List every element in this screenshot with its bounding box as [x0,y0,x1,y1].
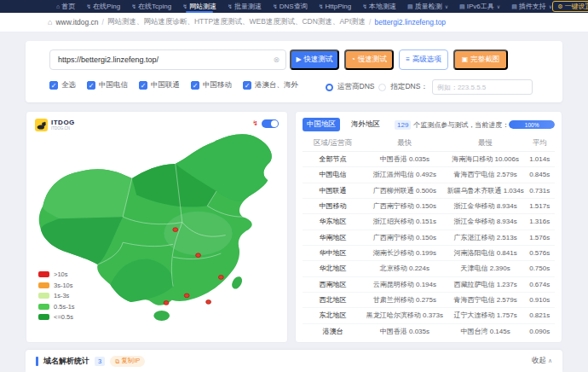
region-tabs: 中国地区 海外地区 [303,118,384,131]
line-filter-checkbox[interactable]: ✓ 中国联通 [139,80,180,90]
test-node-marker [206,300,211,305]
nav-item[interactable]: 在线Tcping ∨ [131,0,171,13]
breadcrumb-separator: / [369,18,371,26]
top-navbar: 首页 ∨ 在线Ping ∨ 在线Tcping ∨ 网站测速 [0,0,588,13]
quick-settings-label: 一键设置 [564,2,588,11]
quick-settings-button[interactable]: ⚙ 一键设置 [552,1,588,12]
cell-region: 西南地区 [303,280,363,289]
logo-subtitle: ITDOG.CN [51,127,75,131]
collapse-button[interactable]: 收起 ∧ [532,356,552,366]
test-form-card: ⊗ ▶ 快速测试 ◔ 慢速测试 ≡ 高级选项 ▣ 完整截图 ✓ 全选 [26,41,562,102]
clear-input-icon[interactable]: ⊗ [273,56,280,64]
cell-average: 0.731s [524,187,555,195]
cell-slowest: 海南海口移动 10.006s [447,154,525,164]
test-node-marker [184,294,189,298]
dns-stats-title: 域名解析统计 [43,356,89,367]
cell-fastest: 云南昆明移动 0.194s [363,280,447,289]
cell-region: 西北地区 [303,295,363,305]
nav-item[interactable]: 质量检测 ∨ [407,0,448,13]
quick-test-button[interactable]: ▶ 快速测试 [290,49,339,70]
cell-region: 港澳台 [303,327,363,336]
table-row: 西北地区 甘肃兰州移动 0.275s 青海西宁电信 2.579s 0.910s [303,293,555,308]
hainan-island [153,311,170,321]
line-filter-checkbox[interactable]: ✓ 中国电信 [87,80,128,90]
line-filter-checkbox[interactable]: ✓ 全选 [49,80,76,90]
breadcrumb-site-link[interactable]: www.itdog.cn [55,18,98,26]
cell-slowest: 中国台湾 0.145s [447,327,525,336]
results-table-body: 全部节点 中国香港 0.035s 海南海口移动 10.006s 1.014s 中… [303,152,555,339]
cell-slowest: 天津电信 2.390s [447,264,525,273]
cell-slowest: 西藏拉萨电信 1.237s [447,280,525,289]
radio-custom-dns[interactable] [378,84,386,91]
nav-item[interactable]: 首页 ∨ [56,0,75,13]
slow-test-button[interactable]: ◔ 慢速测试 [344,49,394,70]
nav-item[interactable]: 批量测速 ∨ [228,0,262,13]
cell-average: 0.576s [524,249,555,257]
table-header-cell: 平均 [524,138,555,148]
custom-dns-input[interactable] [432,79,533,95]
cell-fastest: 北京移动 0.224s [363,264,447,273]
legend-row: >10s [38,270,75,278]
url-input[interactable] [56,55,273,65]
test-node-marker [164,301,169,305]
copy-ip-button[interactable]: ⧉ 复制IP [110,356,145,367]
nav-item[interactable]: HttpPing ∨ [319,0,352,13]
legend-color-chip [38,282,49,288]
progress-bar: 100% [509,120,555,129]
breadcrumb-separator: / [102,18,104,26]
itdog-logo: ITDOG ITDOG.CN [35,119,75,131]
play-icon: ▶ [296,56,301,63]
nav-item[interactable]: IPv6工具 ∨ [459,0,500,13]
cell-average: 1.517s [524,202,555,210]
itdog-speedtest-page: 首页 ∨ 在线Ping ∨ 在线Tcping ∨ 网站测速 [0,0,588,372]
region-tab[interactable]: 中国地区 [303,118,340,131]
line-filter-checkbox[interactable]: ✓ 中国移动 [191,80,232,90]
table-row: 中国电信 浙江温州电信 0.492s 青海西宁电信 2.579s 0.845s [303,167,555,183]
nav-item[interactable]: 网站测速 ∨ [182,0,216,13]
table-header-cell: 最慢 [447,138,525,148]
progress-bar-fill: 100% [509,120,555,129]
line-filter-checkbox[interactable]: ✓ 港澳台、海外 [243,80,298,90]
home-icon: ⌂ [48,18,52,26]
cell-fastest: 湖南长沙移动 0.199s [363,248,447,258]
line-filter-group: ✓ 全选 ✓ 中国电信 ✓ 中国联通 ✓ 中国移动 [49,80,298,90]
taiwan-island [230,276,244,290]
cell-fastest: 广西柳州联通 0.500s [363,186,447,195]
nav-item[interactable]: 在线Ping ∨ [86,0,120,13]
checkbox-icon: ✓ [49,81,58,90]
map-toggle-switch[interactable] [262,119,279,128]
checkbox-icon: ✓ [87,81,95,90]
radio-carrier-dns[interactable] [326,84,333,91]
full-screenshot-button[interactable]: ▣ 完整截图 [453,49,508,70]
table-row: 华北地区 北京移动 0.224s 天津电信 2.390s 0.750s [303,261,555,276]
monitor-count-badge: 129 [395,120,411,130]
cell-fastest: 广西南宁移动 0.150s [363,201,447,211]
nav-item-icon [228,3,233,9]
table-row: 华东地区 浙江绍兴移动 0.151s 浙江金华移动 8.934s 1.316s [303,214,555,230]
checkbox-icon: ✓ [139,81,147,90]
legend-row: 0.5s-1s [38,303,75,311]
table-row: 港澳台 中国香港 0.035s 中国台湾 0.145s 0.090s [303,324,555,339]
cell-slowest: 河南洛阳电信 0.841s [447,248,525,258]
results-header: 中国地区 海外地区 129 个监测点参与测试，当前进度： 100% [303,117,555,132]
nav-item[interactable]: DNS查询 ∨ [273,0,308,13]
chevron-down-icon: ∨ [445,3,448,9]
progress-label: 个监测点参与测试，当前进度： [413,120,509,130]
nav-item[interactable]: 本地测速 ∨ [362,0,396,13]
map-card: ITDOG ITDOG.CN ↯ [26,111,288,343]
nav-item[interactable]: 插件支持 ∨ [511,0,552,13]
cell-fastest: 广西南宁移动 0.150s [363,233,447,242]
breadcrumb-current-domain[interactable]: bettergi2.linzefeng.top [374,18,446,26]
dns-option-group: 运营商DNS 指定DNS： [326,79,533,95]
dns-count-badge: 3 [95,357,105,366]
legend-color-chip [38,304,49,310]
nav-item-icon [362,3,367,9]
cell-fastest: 甘肃兰州移动 0.275s [363,295,447,305]
advanced-options-button[interactable]: ≡ 高级选项 [399,49,448,70]
region-tab[interactable]: 海外地区 [347,118,384,131]
accent-bar [36,357,38,366]
camera-icon: ▣ [462,56,469,63]
legend-row: 1s-3s [38,292,75,299]
chevron-down-icon: ∨ [497,3,500,9]
table-row: 中国移动 广西南宁移动 0.150s 浙江金华移动 8.934s 1.517s [303,199,555,214]
